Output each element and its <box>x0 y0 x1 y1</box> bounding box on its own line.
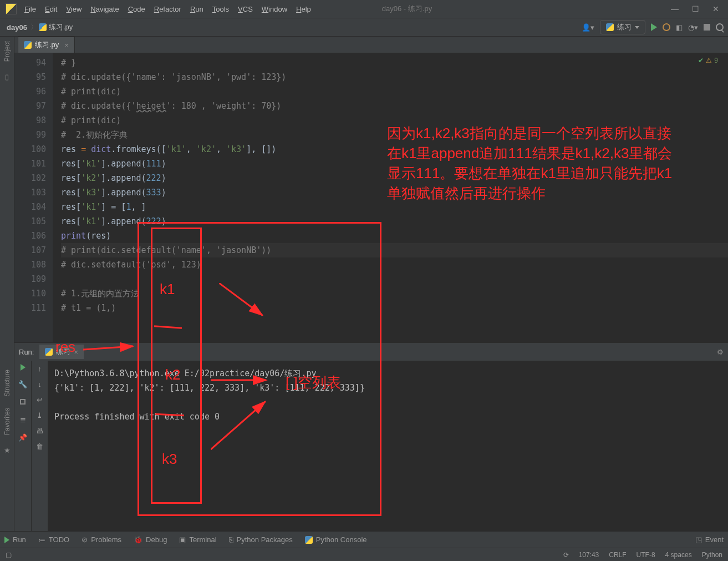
soft-wrap-icon[interactable]: ↩ <box>35 395 44 404</box>
python-file-icon <box>39 23 47 31</box>
chevron-down-icon <box>635 26 639 29</box>
editor-tab[interactable]: 练习.py × <box>18 37 75 53</box>
print-icon[interactable]: 🖶 <box>35 426 44 435</box>
menu-tools[interactable]: Tools <box>208 3 233 16</box>
coverage-button[interactable]: ◧ <box>676 23 683 32</box>
run-toolbar-left: 🔧 ≣ 📌 <box>14 361 31 531</box>
close-tab-icon[interactable]: × <box>64 41 69 49</box>
debug-button[interactable] <box>663 23 670 31</box>
stop-button[interactable] <box>18 397 27 406</box>
breadcrumb-project[interactable]: day06 <box>4 23 29 32</box>
navigation-bar: day06 〉 练习.py 👤▾ 练习 ◧ ◔▾ <box>0 18 728 37</box>
window-title: day06 - 练习.py <box>382 4 432 14</box>
layout-icon[interactable]: ≣ <box>18 415 27 424</box>
stop-button[interactable] <box>704 24 710 31</box>
profiler-button[interactable]: ◔▾ <box>688 23 698 32</box>
menu-help[interactable]: Help <box>292 3 315 16</box>
add-user-icon[interactable]: 👤▾ <box>582 23 594 32</box>
indent-setting[interactable]: 4 spaces <box>665 551 692 559</box>
python-packages-button[interactable]: ⎘ Python Packages <box>229 535 293 544</box>
menu-refactor[interactable]: Refactor <box>150 3 186 16</box>
code-editor[interactable]: 9495969798991001011021031041051061071081… <box>14 53 728 342</box>
app-logo-icon <box>6 3 17 14</box>
trash-icon[interactable]: 🗑 <box>35 442 44 451</box>
menu-code[interactable]: Code <box>124 3 150 16</box>
run-toolbar-right: ↑ ↓ ↩ ⤓ 🖶 🗑 <box>31 361 48 531</box>
bottom-tool-strip: Run ≔ TODO ⊘ Problems 🐞 Debug ▣ Terminal… <box>0 531 728 548</box>
python-file-icon <box>24 41 32 49</box>
problems-tool-button[interactable]: ⊘ Problems <box>82 535 121 544</box>
search-icon[interactable] <box>716 23 724 31</box>
project-tool-tab[interactable]: Project <box>3 41 11 62</box>
menu-vcs[interactable]: VCS <box>233 3 257 16</box>
inspection-widget[interactable]: ✔ ⚠ 9 <box>698 57 718 64</box>
close-icon[interactable]: × <box>74 348 78 356</box>
menu-window[interactable]: Window <box>257 3 292 16</box>
python-icon <box>606 23 614 31</box>
left-tool-rail: Project ▯ Structure Favorites ★ <box>0 37 14 531</box>
line-separator[interactable]: CRLF <box>609 551 626 559</box>
run-button[interactable] <box>651 23 657 31</box>
down-icon[interactable]: ↓ <box>35 380 44 388</box>
python-icon <box>45 348 53 356</box>
rerun-button[interactable] <box>21 364 26 371</box>
event-log-button[interactable]: ◳ Event <box>695 535 724 544</box>
run-panel-title: Run: <box>19 348 34 356</box>
caret-position[interactable]: 107:43 <box>579 551 599 559</box>
run-panel-tab[interactable]: 练习 × <box>39 345 84 359</box>
console-output[interactable]: D:\Python3.6.8\python.exe E:/02practice/… <box>48 361 728 531</box>
status-bar: ▢ ⟳ 107:43 CRLF UTF-8 4 spaces Python <box>0 548 728 561</box>
menu-run[interactable]: Run <box>186 3 208 16</box>
gear-icon[interactable]: ⚙ <box>717 348 724 356</box>
star-icon: ★ <box>4 446 11 454</box>
structure-tool-tab[interactable]: Structure <box>3 370 11 397</box>
tool-window-toggle-icon[interactable]: ▢ <box>6 551 12 559</box>
run-config-selector[interactable]: 练习 <box>600 20 645 34</box>
run-tool-button[interactable]: Run <box>4 535 26 544</box>
terminal-tool-button[interactable]: ▣ Terminal <box>179 535 216 544</box>
menu-edit[interactable]: Edit <box>40 3 62 16</box>
close-button[interactable]: ✕ <box>712 4 719 13</box>
menu-view[interactable]: View <box>62 3 86 16</box>
sync-icon[interactable]: ⟳ <box>563 551 569 559</box>
line-gutter: 9495969798991001011021031041051061071081… <box>14 53 53 342</box>
chevron-right-icon: 〉 <box>29 22 39 32</box>
file-encoding[interactable]: UTF-8 <box>637 551 655 559</box>
scroll-end-icon[interactable]: ⤓ <box>35 411 44 420</box>
menu-navigate[interactable]: Navigate <box>86 3 123 16</box>
breadcrumb-file[interactable]: 练习.py <box>39 22 73 32</box>
wrench-icon[interactable]: 🔧 <box>18 380 27 388</box>
check-icon: ✔ <box>698 57 704 64</box>
menu-file[interactable]: File <box>20 3 40 16</box>
favorites-tool-tab[interactable]: Favorites <box>3 408 11 435</box>
minimize-button[interactable]: — <box>671 4 679 13</box>
pin-icon[interactable]: 📌 <box>18 433 27 442</box>
python-console-button[interactable]: Python Console <box>305 535 367 544</box>
todo-tool-button[interactable]: ≔ TODO <box>38 535 69 544</box>
maximize-button[interactable]: ☐ <box>692 4 699 13</box>
up-icon[interactable]: ↑ <box>35 364 44 373</box>
run-tool-window: Run: 练习 × ⚙ 🔧 ≣ 📌 ↑ ↓ <box>14 342 728 531</box>
interpreter[interactable]: Python <box>702 551 722 559</box>
debug-tool-button[interactable]: 🐞 Debug <box>134 535 167 544</box>
editor-tab-bar: 练习.py × <box>14 37 728 53</box>
folder-icon[interactable]: ▯ <box>5 73 9 81</box>
menubar: FileEditViewNavigateCodeRefactorRunTools… <box>0 0 728 18</box>
